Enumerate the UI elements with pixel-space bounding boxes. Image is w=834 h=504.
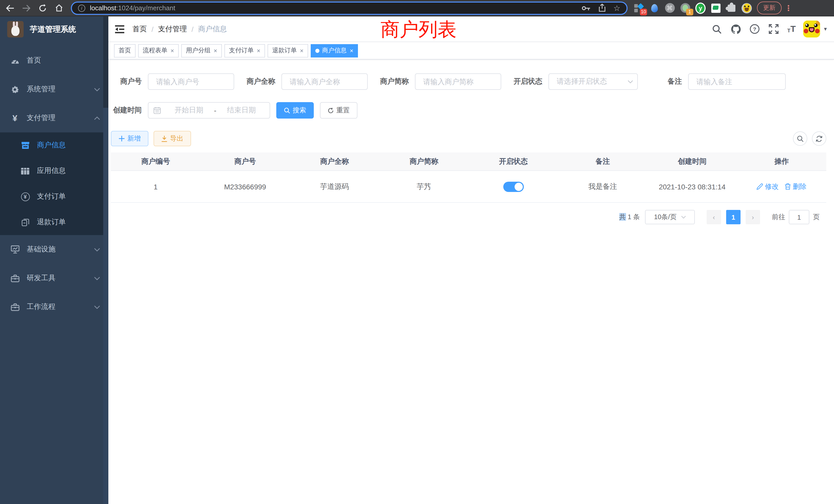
edit-link[interactable]: 修改	[757, 182, 779, 191]
tab-label: 支付订单	[229, 46, 254, 55]
chat-extension-icon[interactable]	[711, 3, 721, 13]
breadcrumb-home[interactable]: 首页	[132, 24, 147, 33]
full-name-input[interactable]	[281, 73, 368, 90]
tab-refund-order[interactable]: 退款订单 ×	[267, 44, 308, 57]
status-toggle[interactable]	[503, 181, 524, 192]
sidebar-item-pay-order[interactable]: ¥ 支付订单	[0, 184, 108, 209]
show-search-toggle-button[interactable]	[793, 131, 807, 146]
browser-update-button[interactable]: 更新	[757, 2, 782, 14]
total-count: 1	[628, 213, 631, 221]
edit-link-label: 修改	[765, 182, 779, 191]
browser-forward-button[interactable]	[20, 1, 33, 15]
table-toolbar: 新增 导出	[111, 131, 826, 146]
tab-merchant-info[interactable]: 商户信息 ×	[311, 44, 358, 57]
sidebar-item-system[interactable]: 系统管理	[0, 75, 108, 104]
fullscreen-icon[interactable]	[768, 23, 780, 35]
password-key-icon[interactable]	[581, 4, 590, 12]
bookmark-star-icon[interactable]: ☆	[613, 4, 620, 12]
status-select[interactable]: 请选择开启状态	[548, 73, 638, 90]
merchant-no-input[interactable]	[148, 73, 234, 90]
download-icon	[161, 135, 168, 142]
sidebar-item-pay[interactable]: ¥ 支付管理	[0, 104, 108, 132]
short-name-input[interactable]	[415, 73, 501, 90]
tab-pay-order[interactable]: 支付订单 ×	[224, 44, 265, 57]
close-icon[interactable]: ×	[350, 47, 353, 54]
avatar[interactable]	[804, 21, 820, 38]
browser-profile-avatar[interactable]	[742, 3, 752, 13]
browser-back-button[interactable]	[3, 1, 17, 15]
store-icon	[21, 141, 30, 149]
sidebar-item-refund-order[interactable]: 退款订单	[0, 209, 108, 235]
sidebar-item-app-info[interactable]: 应用信息	[0, 158, 108, 184]
y-extension-icon[interactable]: y	[695, 3, 706, 13]
chevron-down-icon	[94, 305, 100, 309]
next-page-button[interactable]: ›	[746, 210, 760, 224]
page-content: 商户号 商户全称 商户简称 开启状态 请选择开启状态 备注 创建时间	[108, 60, 834, 224]
address-bar[interactable]: i localhost:1024/pay/merchant ☆	[71, 1, 628, 15]
browser-menu-icon[interactable]: ⋮	[785, 3, 792, 13]
profile-extension-icon[interactable]: 1	[680, 3, 690, 13]
pinned-extension-icon[interactable]: 10	[634, 3, 644, 13]
extensions-puzzle-icon[interactable]	[726, 3, 737, 13]
app-logo-row[interactable]: 芋道管理系统	[0, 17, 108, 42]
total-prefix: 共	[619, 213, 626, 221]
chevron-down-icon	[628, 80, 633, 84]
url-path: :1024/pay/merchant	[116, 4, 175, 12]
total-suffix: 条	[633, 213, 640, 221]
sidebar-fold-icon[interactable]	[115, 25, 124, 33]
user-avatar-menu[interactable]: ▾	[804, 21, 827, 38]
add-button[interactable]: 新增	[111, 131, 148, 146]
help-icon[interactable]: ?	[749, 23, 761, 35]
caret-down-icon[interactable]: ▾	[824, 26, 827, 32]
page-size-select[interactable]: 10条/页	[645, 210, 695, 224]
command-extension-icon[interactable]: ⌘	[664, 3, 675, 13]
dashboard-icon	[10, 57, 20, 64]
cell-full-name: 芋道源码	[290, 171, 379, 202]
calendar-icon	[154, 107, 161, 114]
page-size-value: 10条/页	[654, 212, 677, 222]
column-header: 商户编号	[111, 153, 200, 170]
refresh-table-button[interactable]	[812, 131, 826, 146]
balloon-extension-icon[interactable]	[649, 3, 659, 13]
sidebar-item-label: 工作流程	[27, 302, 56, 312]
sidebar-item-workflow[interactable]: 工作流程	[0, 293, 108, 321]
goto-page-input[interactable]	[789, 210, 809, 224]
close-icon[interactable]: ×	[171, 47, 174, 54]
sidebar-item-infra[interactable]: 基础设施	[0, 235, 108, 264]
tab-process-form[interactable]: 流程表单 ×	[138, 44, 179, 57]
create-time-range-picker[interactable]: 开始日期 - 结束日期	[148, 102, 270, 118]
close-icon[interactable]: ×	[300, 47, 304, 54]
export-button[interactable]: 导出	[154, 131, 191, 146]
sidebar-item-home[interactable]: 首页	[0, 46, 108, 75]
delete-link-label: 删除	[793, 182, 807, 191]
font-size-icon[interactable]: TT	[787, 25, 796, 33]
export-button-label: 导出	[170, 134, 183, 143]
reset-button[interactable]: 重置	[320, 102, 357, 118]
column-header: 商户号	[200, 153, 290, 170]
close-icon[interactable]: ×	[214, 47, 217, 54]
browser-toolbar: i localhost:1024/pay/merchant ☆ 10 ⌘	[0, 0, 834, 17]
tab-user-group[interactable]: 用户分组 ×	[181, 44, 222, 57]
breadcrumb-pay: 支付管理	[158, 24, 187, 33]
github-icon[interactable]	[730, 23, 742, 35]
column-header: 创建时间	[648, 153, 737, 170]
sidebar-scrollbar[interactable]	[103, 17, 108, 504]
sidebar-item-label: 应用信息	[37, 166, 66, 176]
full-name-label: 商户全称	[244, 77, 281, 86]
browser-reload-button[interactable]	[36, 1, 49, 15]
sidebar-item-merchant-info[interactable]: 商户信息	[0, 132, 108, 158]
page-number-1[interactable]: 1	[726, 210, 741, 224]
search-button[interactable]: 搜索	[276, 102, 314, 118]
share-icon[interactable]	[598, 3, 605, 13]
url-host: localhost	[90, 4, 116, 12]
delete-link[interactable]: 删除	[785, 182, 807, 191]
browser-home-button[interactable]	[52, 1, 66, 15]
site-info-icon[interactable]: i	[78, 4, 85, 12]
remark-input[interactable]	[688, 73, 786, 90]
header-search-icon[interactable]	[711, 23, 723, 35]
prev-page-button[interactable]: ‹	[707, 210, 721, 224]
close-icon[interactable]: ×	[257, 47, 260, 54]
remark-label: 备注	[661, 77, 688, 86]
tab-home[interactable]: 首页	[114, 44, 136, 57]
sidebar-item-dev-tools[interactable]: 研发工具	[0, 264, 108, 293]
